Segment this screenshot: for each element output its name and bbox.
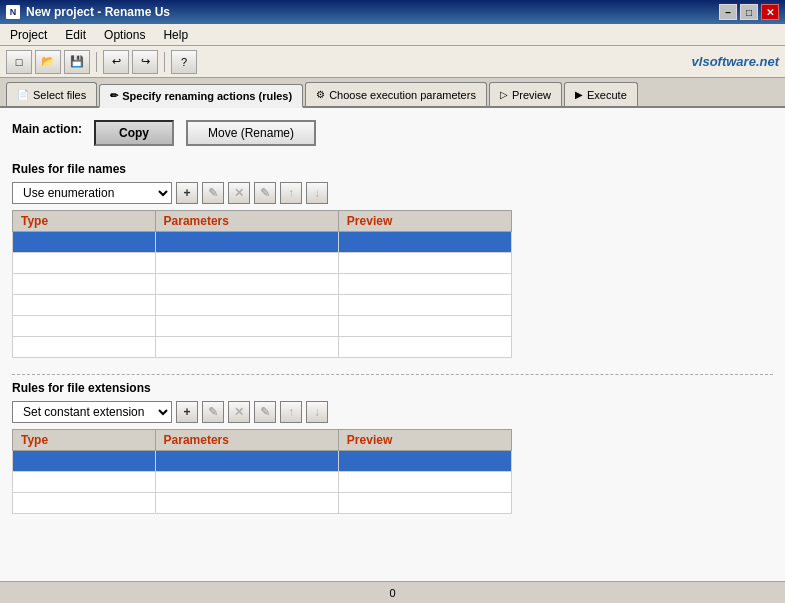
toolbar: □ 📂 💾 ↩ ↪ ? vlsoftware.net [0, 46, 785, 78]
title-bar: N New project - Rename Us – □ ✕ [0, 0, 785, 24]
ext-row-preview [338, 451, 511, 472]
tab-preview-label: Preview [512, 89, 551, 101]
main-content: Main action: Copy Move (Rename) Rules fo… [0, 108, 785, 581]
minimize-button[interactable]: – [719, 4, 737, 20]
file-names-dropdown[interactable]: Use enumeration Set constant name Add pr… [12, 182, 172, 204]
tab-execute-label: Execute [587, 89, 627, 101]
file-names-table-container: Type Parameters Preview [12, 210, 512, 358]
title-bar-controls: – □ ✕ [719, 4, 779, 20]
save-button[interactable]: 💾 [64, 50, 90, 74]
file-names-row[interactable] [13, 232, 512, 253]
file-names-table: Type Parameters Preview [12, 210, 512, 358]
tab-specify-rules[interactable]: ✏ Specify renaming actions (rules) [99, 84, 303, 108]
file-names-edit2-button[interactable]: ✎ [254, 182, 276, 204]
execute-icon: ▶ [575, 89, 583, 100]
tab-select-files[interactable]: 📄 Select files [6, 82, 97, 106]
menu-options[interactable]: Options [100, 26, 149, 44]
ext-empty-row-1 [13, 472, 512, 493]
tab-specify-rules-label: Specify renaming actions (rules) [122, 90, 292, 102]
file-names-up-button[interactable]: ↑ [280, 182, 302, 204]
move-rename-button[interactable]: Move (Rename) [186, 120, 316, 146]
status-value: 0 [389, 587, 395, 599]
ext-col-preview-header: Preview [338, 430, 511, 451]
main-action-label: Main action: [12, 122, 82, 136]
new-button[interactable]: □ [6, 50, 32, 74]
maximize-button[interactable]: □ [740, 4, 758, 20]
file-names-empty-row-4 [13, 316, 512, 337]
execution-params-icon: ⚙ [316, 89, 325, 100]
col-parameters-header: Parameters [155, 211, 338, 232]
file-names-add-button[interactable]: + [176, 182, 198, 204]
file-names-edit-button[interactable]: ✎ [202, 182, 224, 204]
file-names-title: Rules for file names [12, 162, 773, 176]
tab-execution-params[interactable]: ⚙ Choose execution parameters [305, 82, 487, 106]
file-extensions-row[interactable] [13, 451, 512, 472]
redo-button[interactable]: ↪ [132, 50, 158, 74]
help-button[interactable]: ? [171, 50, 197, 74]
file-names-rules-section: Rules for file names Use enumeration Set… [12, 162, 773, 358]
file-names-delete-button[interactable]: ✕ [228, 182, 250, 204]
menu-bar: Project Edit Options Help [0, 24, 785, 46]
tab-preview[interactable]: ▷ Preview [489, 82, 562, 106]
ext-col-type-header: Type [13, 430, 156, 451]
title-bar-left: N New project - Rename Us [6, 5, 170, 19]
ext-col-parameters-header: Parameters [155, 430, 338, 451]
file-ext-delete-button[interactable]: ✕ [228, 401, 250, 423]
ext-empty-row-2 [13, 493, 512, 514]
brand-label: vlsoftware.net [692, 54, 779, 69]
menu-help[interactable]: Help [159, 26, 192, 44]
file-ext-add-button[interactable]: + [176, 401, 198, 423]
file-names-controls: Use enumeration Set constant name Add pr… [12, 182, 773, 204]
app-icon: N [6, 5, 20, 19]
status-bar: 0 [0, 581, 785, 603]
toolbar-separator-2 [164, 52, 165, 72]
col-preview-header: Preview [338, 211, 511, 232]
file-ext-edit-button[interactable]: ✎ [202, 401, 224, 423]
copy-button[interactable]: Copy [94, 120, 174, 146]
file-names-empty-row-1 [13, 253, 512, 274]
file-extensions-title: Rules for file extensions [12, 381, 773, 395]
section-divider [12, 374, 773, 375]
undo-button[interactable]: ↩ [103, 50, 129, 74]
file-extensions-dropdown[interactable]: Set constant extension Keep original Add… [12, 401, 172, 423]
ext-row-type [13, 451, 156, 472]
file-names-row-type [13, 232, 156, 253]
tab-select-files-label: Select files [33, 89, 86, 101]
file-ext-down-button[interactable]: ↓ [306, 401, 328, 423]
window-title: New project - Rename Us [26, 5, 170, 19]
file-names-down-button[interactable]: ↓ [306, 182, 328, 204]
main-action-row: Main action: Copy Move (Rename) [12, 120, 773, 146]
file-names-empty-row-5 [13, 337, 512, 358]
file-extensions-table: Type Parameters Preview [12, 429, 512, 514]
col-type-header: Type [13, 211, 156, 232]
file-names-empty-row-3 [13, 295, 512, 316]
file-names-row-parameters [155, 232, 338, 253]
preview-icon: ▷ [500, 89, 508, 100]
ext-row-parameters [155, 451, 338, 472]
menu-project[interactable]: Project [6, 26, 51, 44]
file-extensions-table-container: Type Parameters Preview [12, 429, 512, 514]
menu-edit[interactable]: Edit [61, 26, 90, 44]
close-button[interactable]: ✕ [761, 4, 779, 20]
open-button[interactable]: 📂 [35, 50, 61, 74]
file-ext-up-button[interactable]: ↑ [280, 401, 302, 423]
tab-execution-params-label: Choose execution parameters [329, 89, 476, 101]
specify-rules-icon: ✏ [110, 90, 118, 101]
file-names-empty-row-2 [13, 274, 512, 295]
file-ext-edit2-button[interactable]: ✎ [254, 401, 276, 423]
select-files-icon: 📄 [17, 89, 29, 100]
file-extensions-rules-section: Rules for file extensions Set constant e… [12, 381, 773, 514]
tab-execute[interactable]: ▶ Execute [564, 82, 638, 106]
file-extensions-controls: Set constant extension Keep original Add… [12, 401, 773, 423]
tab-bar: 📄 Select files ✏ Specify renaming action… [0, 78, 785, 108]
toolbar-separator [96, 52, 97, 72]
file-names-row-preview [338, 232, 511, 253]
